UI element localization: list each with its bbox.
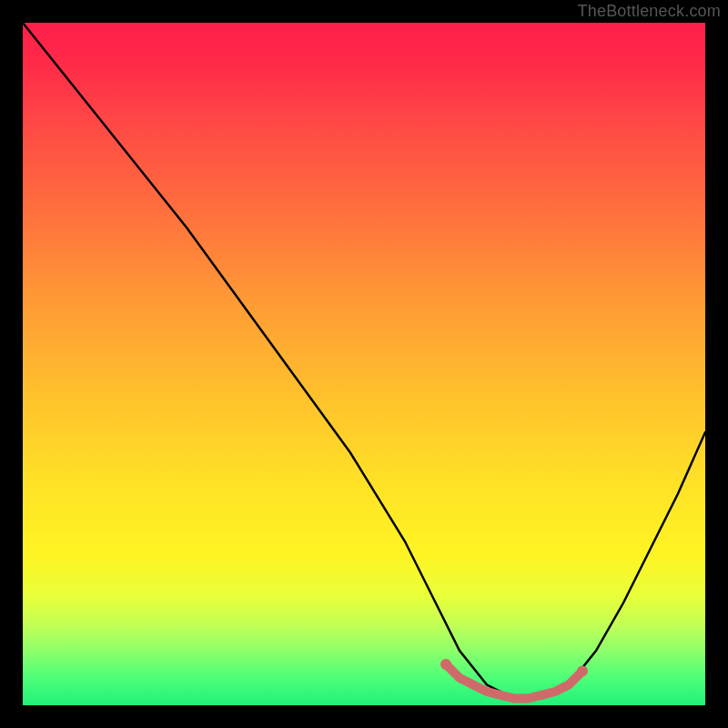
curve-svg [23, 23, 705, 705]
optimal-range-marker [446, 664, 582, 699]
plot-area [23, 23, 705, 705]
optimal-range-start-dot [440, 659, 451, 670]
bottleneck-curve [23, 23, 705, 699]
optimal-range-end-dot [577, 666, 588, 677]
watermark-text: TheBottleneck.com [578, 2, 721, 21]
chart-frame: TheBottleneck.com [0, 0, 728, 728]
